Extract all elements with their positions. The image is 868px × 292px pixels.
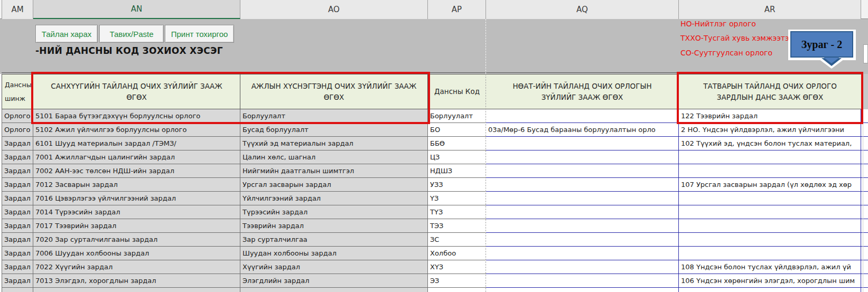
cell-type-r12[interactable]: Зардал [2, 260, 33, 274]
cell-tax-r7[interactable] [679, 192, 861, 205]
cell-vat-r2[interactable]: 03а/Мөр-6 Бусад барааны борлуулалтын орл… [486, 123, 679, 137]
cell-code-r4[interactable]: ЦЗ [428, 150, 486, 164]
cell-fin-r4[interactable]: 7001 Ажиллагчдын цалингийн зардал [33, 150, 240, 164]
cell-code-r2[interactable]: БО [428, 123, 486, 137]
cell-type-r13[interactable]: Зардал [2, 274, 33, 288]
cell-sliver-r14[interactable] [861, 288, 868, 292]
cell-tax-r10[interactable] [679, 233, 861, 247]
cell-sliver-r11[interactable] [861, 247, 868, 260]
cell-code-r11[interactable]: Холбоо [428, 247, 486, 260]
cell-work-r6[interactable]: Урсгал засварын зардал [240, 178, 428, 192]
column-header-AO[interactable]: AO [240, 0, 428, 19]
column-header-AM[interactable]: AM [2, 0, 33, 19]
cell-sliver-r9[interactable] [861, 219, 868, 233]
cell-fin-r8[interactable]: 7014 Түрээсийн зардал [33, 205, 240, 219]
cell-vat-r5[interactable] [486, 164, 679, 178]
cell-fin-r5[interactable]: 7002 ААН-ээс төлсөн НДШ-ийн зардал [33, 164, 240, 178]
cell-vat-r13[interactable] [486, 274, 679, 288]
cell-vat-r1[interactable] [486, 109, 679, 123]
cell-fin-r1[interactable]: 5101 Бараа бүтээгдэхүүн борлуулсны орлог… [33, 109, 240, 123]
cell-fin-r13[interactable]: 7013 Элэгдэл, хорогдлын зардал [33, 274, 240, 288]
header-vat-report[interactable]: НӨАТ-ИЙН ТАЙЛАНД ОЧИХ ОРЛОГЫН ЗҮЙЛИЙГ ЗА… [486, 74, 679, 109]
cell-work-r4[interactable]: Цалин хөлс, шагнал [240, 150, 428, 164]
cell-code-r10[interactable]: ЗС [428, 233, 486, 247]
paste-button[interactable]: Тавих/Paste [99, 25, 164, 43]
cell-work-r8[interactable]: Түрээсийн зардал [240, 205, 428, 219]
cell-type-r3[interactable]: Зардал [2, 137, 33, 150]
cell-tax-r2[interactable]: 2 НО. Үндсэн үйлдвэрлэл, ажил үйлчилгээн… [679, 123, 861, 137]
cell-sliver-r10[interactable] [861, 233, 868, 247]
cell-vat-r3[interactable] [486, 137, 679, 150]
header-fin-report[interactable]: САНХҮҮГИЙН ТАЙЛАНД ОЧИХ ЗҮЙЛИЙГ ЗААЖ ӨГӨ… [33, 74, 240, 109]
cell-code-r9[interactable]: ТЭЗ [428, 219, 486, 233]
cell-type-r6[interactable]: Зардал [2, 178, 33, 192]
cell-work-r1[interactable]: Борлуулалт [240, 109, 428, 123]
cell-type-r14[interactable] [2, 288, 33, 292]
cell-vat-r11[interactable] [486, 247, 679, 260]
cell-code-r8[interactable]: ТҮЗ [428, 205, 486, 219]
column-header-AN[interactable]: AN [33, 0, 240, 19]
cell-code-r13[interactable]: ЭЗ [428, 274, 486, 288]
cell-sliver-r12[interactable] [861, 260, 868, 274]
cell-sliver-r4[interactable] [861, 150, 868, 164]
cell-vat-r6[interactable] [486, 178, 679, 192]
cell-fin-r11[interactable]: 7006 Шуудан холбооны зардал [33, 247, 240, 260]
cell-sliver-r6[interactable] [861, 178, 868, 192]
cell-type-r5[interactable]: Зардал [2, 164, 33, 178]
cell-work-r11[interactable]: Шуудан холбооны зардал [240, 247, 428, 260]
cell-tax-r6[interactable]: 107 Урсгал засварын зардал (үл хөдлөх эд… [679, 178, 861, 192]
print-settings-button[interactable]: Принт тохиргоо [165, 25, 234, 43]
cell-fin-r12[interactable]: 7022 Хүүгийн зардал [33, 260, 240, 274]
cell-type-r10[interactable]: Зардал [2, 233, 33, 247]
cell-vat-r14[interactable] [486, 288, 679, 292]
cell-code-r7[interactable]: ҮЗ [428, 192, 486, 205]
cell-tax-r5[interactable] [679, 164, 861, 178]
cell-code-r14[interactable] [428, 288, 486, 292]
cell-work-r5[interactable]: Нийгмийн даатгалын шимтгэл [240, 164, 428, 178]
cell-sliver-r8[interactable] [861, 205, 868, 219]
cell-work-r10[interactable]: Зар сурталчилгаа [240, 233, 428, 247]
cell-fin-r14[interactable] [33, 288, 240, 292]
cell-code-r5[interactable]: НДШЗ [428, 164, 486, 178]
cell-vat-r9[interactable] [486, 219, 679, 233]
cell-tax-r12[interactable]: 108 Үндсэн болон туслах үйлдвэрлэл, ажил… [679, 260, 861, 274]
cell-vat-r10[interactable] [486, 233, 679, 247]
cell-code-r3[interactable]: ББӨ [428, 137, 486, 150]
cell-type-r9[interactable]: Зардал [2, 219, 33, 233]
cell-sliver-r13[interactable] [861, 274, 868, 288]
cell-work-r2[interactable]: Бусад борлуулалт [240, 123, 428, 137]
cell-work-r7[interactable]: Үйлчилгээний зардал [240, 192, 428, 205]
cell-code-r12[interactable]: ХҮЗ [428, 260, 486, 274]
column-header-AP[interactable]: AP [428, 0, 486, 19]
header-tax-report[interactable]: ТАТВАРЫН ТАЙЛАНД ОЧИХ ОРЛОГО ЗАРДЛЫН ДАН… [679, 74, 862, 109]
column-header-AQ[interactable]: AQ [486, 0, 679, 19]
cell-type-r1[interactable]: Орлого [2, 109, 33, 123]
cell-vat-r7[interactable] [486, 192, 679, 205]
cell-fin-r2[interactable]: 5102 Ажил үйлчилгээ борлуулсны орлого [33, 123, 240, 137]
figure-callout[interactable]: Зураг - 2 [790, 31, 853, 58]
cell-code-r1[interactable]: Борлуулалт [428, 109, 486, 123]
cell-tax-r3[interactable]: 102 Түүхий эд, үндсэн болон туслах матер… [679, 137, 861, 150]
cell-type-r8[interactable]: Зардал [2, 205, 33, 219]
header-account-type[interactable]: Дансны шинж [2, 74, 33, 109]
cell-tax-r4[interactable] [679, 150, 861, 164]
cell-tax-r1[interactable]: 122 Тээврийн зардал [679, 109, 861, 123]
header-account-code[interactable]: Дансны Код [428, 74, 486, 109]
cell-sliver-r2[interactable] [861, 123, 868, 137]
cell-tax-r11[interactable] [679, 247, 861, 260]
cell-vat-r12[interactable] [486, 260, 679, 274]
cell-tax-r8[interactable] [679, 205, 861, 219]
cell-tax-r13[interactable]: 106 Үндсэн хөрөнгийн элэгдэл, хорогдлын … [679, 274, 861, 288]
cell-vat-r8[interactable] [486, 205, 679, 219]
cell-sliver-r7[interactable] [861, 192, 868, 205]
cell-fin-r3[interactable]: 6101 Шууд материалын зардал /ТЭМЗ/ [33, 137, 240, 150]
cell-fin-r6[interactable]: 7012 Засварын зардал [33, 178, 240, 192]
cell-code-r6[interactable]: УЗЗ [428, 178, 486, 192]
cell-tax-r9[interactable] [679, 219, 861, 233]
cell-sliver-r3[interactable] [861, 137, 868, 150]
cell-work-r14[interactable] [240, 288, 428, 292]
cell-type-r2[interactable]: Орлого [2, 123, 33, 137]
cell-type-r4[interactable]: Зардал [2, 150, 33, 164]
report-view-button[interactable]: Тайлан харах [35, 25, 98, 43]
cell-type-r7[interactable]: Зардал [2, 192, 33, 205]
